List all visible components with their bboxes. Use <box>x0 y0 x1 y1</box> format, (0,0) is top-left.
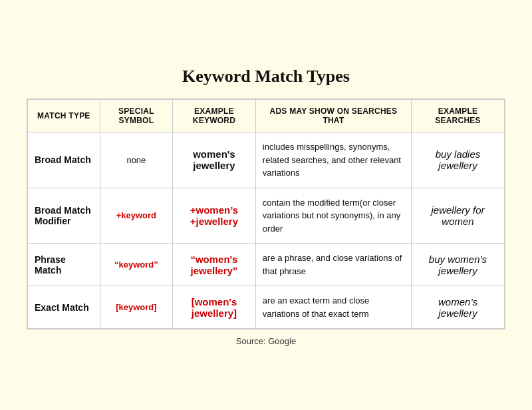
cell-example-search: jewellery for women <box>411 188 505 244</box>
source-text: Source: Google <box>27 336 505 346</box>
cell-symbol: none <box>100 132 172 188</box>
header-match-type: MATCH TYPE <box>27 99 100 132</box>
keyword-match-table: MATCH TYPE SPECIAL SYMBOL EXAMPLE KEYWOR… <box>27 99 505 329</box>
cell-description: includes misspellings, synonyms, related… <box>255 132 411 188</box>
cell-example-keyword: “women's jewellery” <box>173 244 256 286</box>
page-title: Keyword Match Types <box>27 67 505 87</box>
cell-description: are an exact term and close variations o… <box>255 286 411 329</box>
cell-example-keyword: +women’s+jewellery <box>173 188 256 244</box>
table-row: Exact Match[keyword][women's jewellery]a… <box>27 286 505 329</box>
cell-example-search: women’s jewellery <box>411 286 505 329</box>
cell-match-type: Phrase Match <box>27 244 100 286</box>
table-header-row: MATCH TYPE SPECIAL SYMBOL EXAMPLE KEYWOR… <box>27 99 505 132</box>
header-example-searches: EXAMPLE SEARCHES <box>411 99 505 132</box>
cell-example-search: buy women’s jewellery <box>411 244 505 286</box>
header-ads-may-show: ADS MAY SHOW ON SEARCHES THAT <box>255 99 411 132</box>
table-row: Phrase Match“keyword”“women's jewellery”… <box>27 244 505 286</box>
cell-example-keyword: women's jewellery <box>173 132 256 188</box>
cell-symbol: [keyword] <box>100 286 172 329</box>
cell-description: contain the modified term(or closer vari… <box>255 188 411 244</box>
cell-match-type: Broad Match Modifier <box>27 188 100 244</box>
cell-match-type: Exact Match <box>27 286 100 329</box>
header-example-keyword: EXAMPLE KEYWORD <box>173 99 256 132</box>
cell-symbol: +keyword <box>100 188 172 244</box>
header-special-symbol: SPECIAL SYMBOL <box>100 99 172 132</box>
table-row: Broad Matchnonewomen's jewelleryincludes… <box>27 132 505 188</box>
cell-symbol: “keyword” <box>100 244 172 286</box>
cell-match-type: Broad Match <box>27 132 100 188</box>
cell-example-search: buy ladies jewellery <box>411 132 505 188</box>
cell-example-keyword: [women's jewellery] <box>173 286 256 329</box>
main-container: Keyword Match Types MATCH TYPE SPECIAL S… <box>13 55 519 355</box>
table-row: Broad Match Modifier+keyword+women’s+jew… <box>27 188 505 244</box>
table-body: Broad Matchnonewomen's jewelleryincludes… <box>27 132 505 329</box>
cell-description: are a phrase, and close variations of th… <box>255 244 411 286</box>
